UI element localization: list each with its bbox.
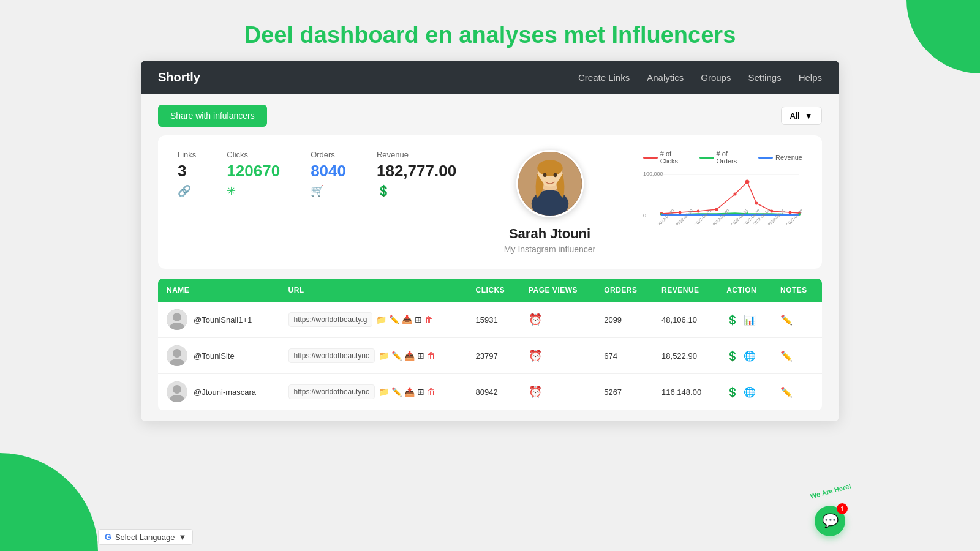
orders-value: 8040 xyxy=(311,162,346,181)
svg-text:100,000: 100,000 xyxy=(643,171,663,177)
svg-point-34 xyxy=(173,313,181,321)
svg-point-19 xyxy=(789,211,792,214)
cell-pageviews-1: ⏰ xyxy=(520,338,595,374)
cell-revenue-0: 48,106.10 xyxy=(653,302,718,338)
svg-point-12 xyxy=(679,211,682,214)
profile-center: Sarah Jtouni My Instagram influencer xyxy=(481,150,619,254)
links-table: NAME URL CLICKS PAGE VIEWS ORDERS REVENU… xyxy=(158,279,822,410)
user-name-1: @TouniSite xyxy=(194,351,235,361)
table-container: NAME URL CLICKS PAGE VIEWS ORDERS REVENU… xyxy=(158,279,822,410)
copy-icon-1[interactable]: 📁 xyxy=(379,351,389,361)
cell-notes-2: ✏️ xyxy=(772,374,822,410)
cell-clicks-1: 23797 xyxy=(467,338,520,374)
col-pageviews: PAGE VIEWS xyxy=(520,279,595,302)
download-icon-2[interactable]: 📥 xyxy=(404,387,415,397)
svg-text:2022-07-30: 2022-07-30 xyxy=(675,208,693,225)
qr-icon-0[interactable]: ⊞ xyxy=(415,315,422,324)
nav-create-links[interactable]: Create Links xyxy=(578,72,630,83)
clicks-label: Clicks xyxy=(227,150,248,159)
revenue-action-icon-1[interactable]: 💲 xyxy=(726,350,739,362)
cell-action-1: 💲 🌐 xyxy=(718,338,772,374)
legend-clicks: # of Clicks xyxy=(643,150,691,165)
nav-helps[interactable]: Helps xyxy=(799,72,822,83)
clock-icon-2: ⏰ xyxy=(529,386,542,398)
clicks-icon: ✳ xyxy=(227,184,236,198)
delete-icon-1[interactable]: 🗑 xyxy=(427,351,435,361)
chat-button[interactable]: 💬 1 xyxy=(815,506,845,536)
user-avatar-1 xyxy=(167,345,187,366)
svg-point-14 xyxy=(715,208,718,211)
edit-icon-2[interactable]: ✏️ xyxy=(391,387,402,397)
delete-icon-0[interactable]: 🗑 xyxy=(424,315,433,324)
globe-icon-1[interactable]: 🌐 xyxy=(744,350,756,362)
col-url: URL xyxy=(280,279,467,302)
edit-note-icon-2[interactable]: ✏️ xyxy=(780,387,793,397)
table-header-row: NAME URL CLICKS PAGE VIEWS ORDERS REVENU… xyxy=(158,279,822,302)
qr-icon-2[interactable]: ⊞ xyxy=(417,387,424,397)
col-notes: NOTES xyxy=(772,279,822,302)
all-dropdown[interactable]: All ▼ xyxy=(781,107,822,125)
cell-url-1: https://worldofbeautync 📁 ✏️ 📥 ⊞ 🗑 xyxy=(280,338,467,374)
chat-icon: 💬 xyxy=(822,513,839,529)
avatar-image xyxy=(518,152,582,216)
svg-point-40 xyxy=(173,385,181,394)
download-icon-1[interactable]: 📥 xyxy=(404,351,415,361)
cell-pageviews-0: ⏰ xyxy=(520,302,595,338)
nav-settings[interactable]: Settings xyxy=(748,72,781,83)
google-icon: G xyxy=(105,532,111,542)
nav-analytics[interactable]: Analytics xyxy=(647,72,684,83)
globe-icon-2[interactable]: 🌐 xyxy=(744,386,756,398)
cell-revenue-1: 18,522.90 xyxy=(653,338,718,374)
copy-icon-0[interactable]: 📁 xyxy=(376,315,386,324)
svg-text:2022-07-28: 2022-07-28 xyxy=(657,208,675,225)
svg-point-18 xyxy=(771,210,774,213)
revenue-action-icon-2[interactable]: 💲 xyxy=(726,386,739,398)
qr-icon-1[interactable]: ⊞ xyxy=(417,351,424,361)
svg-point-13 xyxy=(697,210,700,213)
cell-orders-1: 674 xyxy=(595,338,653,374)
user-name-2: @Jtouni-mascara xyxy=(194,388,256,397)
cell-orders-2: 5267 xyxy=(595,374,653,410)
user-avatar-0 xyxy=(167,309,187,330)
delete-icon-2[interactable]: 🗑 xyxy=(427,387,435,397)
clicks-legend-line xyxy=(643,157,658,159)
download-icon-0[interactable]: 📥 xyxy=(402,315,412,324)
legend-revenue: Revenue xyxy=(758,150,802,165)
svg-point-15 xyxy=(734,193,737,196)
hero-title-bold: Influencers xyxy=(612,22,736,48)
revenue-action-icon-0[interactable]: 💲 xyxy=(726,314,739,326)
edit-note-icon-0[interactable]: ✏️ xyxy=(780,315,793,325)
top-bar: Share with infulancers All ▼ xyxy=(158,105,822,127)
legend-orders: # of Orders xyxy=(699,150,750,165)
url-icons-1: 📁 ✏️ 📥 ⊞ 🗑 xyxy=(379,351,435,361)
revenue-icon: 💲 xyxy=(377,184,390,198)
revenue-legend-line xyxy=(758,157,773,159)
orders-label: Orders xyxy=(311,150,335,159)
copy-icon-2[interactable]: 📁 xyxy=(379,387,389,397)
revenue-value: 182,777.00 xyxy=(377,162,456,181)
revenue-label: Revenue xyxy=(377,150,409,159)
edit-note-icon-1[interactable]: ✏️ xyxy=(780,351,793,361)
table-row: @Jtouni-mascara https://worldofbeautync … xyxy=(158,374,822,410)
edit-icon-0[interactable]: ✏️ xyxy=(389,315,399,324)
hero-title-plain: Deel dashboard en analyses met xyxy=(244,22,612,48)
stat-revenue: Revenue 182,777.00 💲 xyxy=(377,150,456,198)
orders-legend-label: # of Orders xyxy=(717,150,750,165)
cell-clicks-2: 80942 xyxy=(467,374,520,410)
chart-action-icon-0[interactable]: 📊 xyxy=(744,314,756,326)
edit-icon-1[interactable]: ✏️ xyxy=(391,351,402,361)
cell-orders-0: 2099 xyxy=(595,302,653,338)
share-with-influencers-button[interactable]: Share with infulancers xyxy=(158,105,267,127)
cell-action-0: 💲 📊 xyxy=(718,302,772,338)
links-value: 3 xyxy=(178,162,186,181)
hero-title: Deel dashboard en analyses met Influence… xyxy=(244,22,736,48)
clicks-legend-label: # of Clicks xyxy=(660,150,691,165)
cell-name-2: @Jtouni-mascara xyxy=(158,374,280,410)
chat-badge: 1 xyxy=(837,503,848,514)
svg-text:0: 0 xyxy=(643,212,646,219)
nav-groups[interactable]: Groups xyxy=(701,72,731,83)
language-selector[interactable]: G Select Language ▼ xyxy=(98,529,193,545)
cell-notes-0: ✏️ xyxy=(772,302,822,338)
chart-svg: 100,000 0 xyxy=(643,170,802,225)
stat-orders: Orders 8040 🛒 xyxy=(311,150,346,198)
